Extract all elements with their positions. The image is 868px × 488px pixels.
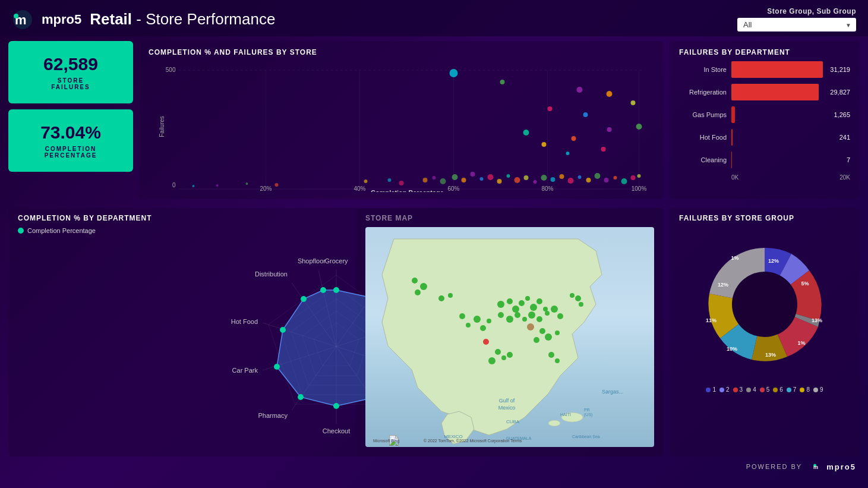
svg-point-30 — [566, 152, 570, 155]
svg-text:Completion Percentage: Completion Percentage — [371, 189, 444, 192]
svg-point-135 — [545, 311, 550, 316]
svg-text:5%: 5% — [801, 281, 809, 286]
powered-by-text: POWERED BY — [746, 463, 803, 470]
svg-point-61 — [246, 182, 248, 185]
bar-row-instore: In Store 31,219 — [679, 61, 850, 78]
svg-point-40 — [524, 175, 529, 180]
completion-pct-label: COMPLETIONPERCENTAGE — [45, 146, 97, 159]
svg-point-49 — [604, 178, 609, 182]
store-failures-value: 62,589 — [43, 54, 98, 74]
bar-label-refrigeration: Refrigeration — [679, 89, 727, 96]
failures-dept-title: FAILURES BY DEPARTMENT — [679, 48, 850, 56]
svg-point-133 — [528, 311, 535, 319]
svg-point-134 — [536, 316, 542, 322]
svg-point-142 — [570, 293, 575, 298]
store-failures-card: 62,589 STOREFAILURES — [8, 41, 133, 103]
svg-point-125 — [525, 296, 530, 301]
svg-text:Pharmacy: Pharmacy — [258, 412, 288, 419]
svg-text:1%: 1% — [731, 255, 738, 261]
svg-text:Caribbean Sea: Caribbean Sea — [572, 435, 600, 439]
svg-text:13%: 13% — [765, 352, 776, 358]
svg-point-44 — [560, 174, 564, 179]
svg-point-41 — [534, 180, 537, 184]
header-right: Store Group, Sub Group All — [737, 7, 856, 32]
svg-point-56 — [440, 178, 446, 184]
svg-point-60 — [275, 183, 279, 187]
svg-point-144 — [579, 302, 583, 307]
bar-fill-gaspumps — [731, 106, 735, 123]
svg-point-26 — [572, 136, 576, 141]
completion-pct-value: 73.04% — [40, 122, 101, 142]
donut-container: 12% 5% 13% 1% 13% 10% 11% 12% 1% — [679, 227, 850, 382]
svg-point-19 — [577, 87, 583, 93]
svg-text:Gulf of: Gulf of — [499, 398, 515, 404]
bar-track-cleaning — [731, 152, 839, 168]
footer: POWERED BY m mpro5 — [0, 459, 868, 474]
svg-point-149 — [459, 313, 465, 319]
bar-row-refrigeration: Refrigeration 29,827 — [679, 84, 850, 100]
store-group-dropdown-wrapper[interactable]: All — [737, 18, 856, 32]
svg-point-155 — [483, 339, 489, 345]
svg-point-153 — [487, 319, 491, 323]
svg-text:Microsoft Bing: Microsoft Bing — [373, 439, 399, 443]
svg-text:10%: 10% — [727, 346, 737, 352]
legend-item-4: 4 — [746, 386, 756, 393]
bar-row-cleaning: Cleaning 7 — [679, 152, 850, 168]
footer-app-name: mpro5 — [826, 462, 856, 471]
svg-point-101 — [280, 327, 286, 333]
legend-item-9: 9 — [813, 386, 823, 393]
svg-text:m: m — [813, 464, 819, 470]
bar-track-hotfood — [731, 129, 832, 146]
svg-point-151 — [474, 316, 481, 323]
svg-point-100 — [274, 364, 280, 370]
svg-point-152 — [480, 325, 486, 331]
svg-text:0: 0 — [172, 182, 176, 188]
kpi-column: 62,589 STOREFAILURES 73.04% COMPLETIONPE… — [8, 41, 133, 199]
bar-value-refrigeration: 29,827 — [830, 89, 850, 96]
failures-dept-panel: FAILURES BY DEPARTMENT In Store 31,219 R… — [670, 41, 860, 199]
svg-text:Failures: Failures — [159, 116, 165, 137]
svg-point-93 — [333, 287, 339, 293]
svg-point-141 — [534, 337, 539, 343]
bar-label-cleaning: Cleaning — [679, 156, 727, 163]
svg-point-119 — [438, 295, 444, 301]
legend-item-2: 2 — [719, 386, 730, 393]
legend-dot-8 — [800, 388, 804, 392]
svg-text:PR: PR — [584, 408, 590, 412]
svg-point-136 — [551, 306, 558, 313]
bar-track-instore — [731, 61, 823, 78]
svg-text:Mexico: Mexico — [498, 405, 516, 411]
svg-point-124 — [519, 300, 525, 306]
svg-text:Hot Food: Hot Food — [231, 318, 257, 325]
svg-point-103 — [320, 287, 326, 293]
svg-point-31 — [601, 147, 606, 152]
svg-text:500: 500 — [166, 67, 176, 73]
svg-point-63 — [192, 185, 195, 187]
store-group-dropdown[interactable]: All — [737, 18, 856, 32]
header: m mpro5 Retail - Store Performance Store… — [0, 0, 868, 36]
svg-text:Sargas...: Sargas... — [602, 389, 623, 395]
scatter-chart: Failures 500 0 20% 40% 60% 80% 100% — [149, 61, 654, 192]
svg-point-53 — [637, 174, 641, 178]
svg-point-29 — [542, 142, 547, 147]
svg-point-105 — [548, 420, 560, 426]
dropdown-label: Store Group, Sub Group — [767, 7, 856, 15]
scatter-svg: Failures 500 0 20% 40% 60% 80% 100% — [149, 61, 654, 192]
svg-text:13%: 13% — [812, 317, 822, 323]
bar-row-gaspumps: Gas Pumps 1,265 — [679, 106, 850, 123]
legend-dot-1 — [706, 388, 711, 392]
svg-point-2 — [14, 14, 18, 18]
bar-value-instore: 31,219 — [830, 66, 850, 73]
legend-dot-6 — [773, 388, 778, 392]
map-placeholder: Gulf of Mexico Sargas... MEXICO CUBA HAI… — [365, 227, 654, 447]
scatter-title: COMPLETION % AND FAILURES BY STORE — [149, 48, 654, 56]
svg-point-32 — [452, 174, 458, 180]
header-title: Retail - Store Performance — [90, 10, 275, 29]
svg-point-130 — [506, 316, 513, 323]
legend-item-6: 6 — [773, 386, 783, 393]
donut-svg: 12% 5% 13% 1% 13% 10% 11% 12% 1% — [687, 239, 842, 370]
svg-text:Checkout: Checkout — [322, 427, 349, 435]
bar-label-gaspumps: Gas Pumps — [679, 111, 727, 118]
bar-fill-cleaning — [731, 152, 732, 168]
svg-text:CUBA: CUBA — [506, 419, 520, 424]
